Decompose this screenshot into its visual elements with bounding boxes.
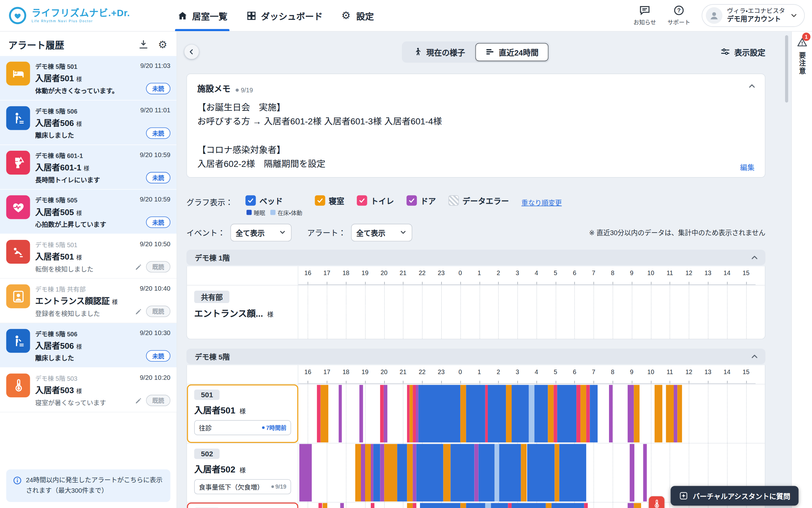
activity-segment-door	[371, 444, 374, 501]
hour-label: 2	[497, 368, 500, 376]
virtual-assistant-button[interactable]: バーチャルアシスタントに質問	[671, 486, 799, 505]
caution-count-badge: 1	[802, 33, 810, 41]
room-row[interactable]: 501 入居者501様 往診 7時間前	[187, 384, 765, 443]
activity-segment-door	[384, 385, 387, 442]
room-label-cell[interactable]: 502 入居者502様 食事量低下（欠食増） 9/19	[187, 443, 298, 502]
alert-settings-gear-icon[interactable]: ⚙	[158, 39, 169, 50]
alert-item[interactable]: デモ棟 5階 501 入居者501 様 転倒を検知しました 9/20 10:50…	[0, 234, 177, 279]
section-header[interactable]: デモ棟 1階	[186, 250, 765, 265]
activity-segment-room	[460, 385, 466, 442]
alert-location: デモ棟 5階 503	[35, 374, 123, 382]
activity-segment-sleep	[557, 385, 576, 442]
alert-item[interactable]: デモ棟 5階 505 入居者505 様 心拍数が上昇しています 9/20 10:…	[0, 190, 177, 234]
toggle-current-view[interactable]: 現在の様子	[403, 43, 475, 61]
alert-item[interactable]: デモ棟 1階 共有部 エントランス顔認証 様 登録者を検知しました 9/20 1…	[0, 279, 177, 323]
app-logo[interactable]: ライフリズムナビ.+Dr. Life Rhythm Navi Plus Doct…	[0, 6, 177, 25]
checkbox-トイレ[interactable]: トイレ	[357, 195, 394, 206]
room-label-cell[interactable]: 501 入居者501様 往診 7時間前	[187, 384, 298, 442]
hour-label: 1	[478, 368, 481, 376]
heart-icon	[6, 196, 30, 219]
checkbox-寝室[interactable]: 寝室	[315, 195, 344, 206]
collapse-sidebar-button[interactable]	[184, 44, 199, 59]
memo-line: 【コロナ感染対象者】	[197, 143, 755, 157]
support-button[interactable]: ? サポート	[667, 5, 690, 26]
caution-tab[interactable]: 1 要注意	[792, 31, 812, 508]
memo-collapse-chevron-icon[interactable]	[747, 81, 757, 90]
bed-legend: 睡眠在床・体動	[246, 208, 302, 216]
hour-label: 4	[535, 368, 538, 376]
section-collapse-chevron-icon[interactable]	[750, 253, 759, 262]
reorder-link[interactable]: 重なり順変更	[522, 197, 562, 207]
activity-segment-room	[384, 444, 397, 501]
chevron-down-icon	[790, 11, 798, 20]
checkbox-ドア[interactable]: ドア	[406, 195, 436, 206]
walking-person-icon	[413, 47, 422, 56]
alert-item[interactable]: デモ棟 6階 601-1 入居者601-1 様 長時間トイレにいます 9/20 …	[0, 145, 177, 189]
alert-resident: 入居者506 様	[35, 339, 123, 351]
hour-label: 12	[685, 368, 692, 376]
nav-dashboard[interactable]: ダッシュボード	[246, 0, 323, 31]
edit-pencil-icon[interactable]	[134, 397, 142, 404]
activity-segment-sleep	[420, 503, 460, 508]
activity-segment-sleep	[418, 385, 460, 442]
scrollbar-thumb[interactable]	[785, 35, 788, 102]
hour-label: 13	[705, 368, 712, 376]
resident-status-chip[interactable]: 往診 7時間前	[194, 420, 291, 435]
activity-segment-sleep	[466, 503, 485, 508]
download-icon[interactable]	[138, 39, 149, 50]
read-badge: 既読	[146, 261, 170, 272]
notifications-button[interactable]: お知らせ	[633, 5, 656, 26]
nav-settings[interactable]: ⚙ 設定	[341, 0, 374, 31]
thermo-alert-badge[interactable]	[649, 496, 665, 508]
activity-segment-room	[554, 444, 559, 501]
activity-segment-toilet	[317, 385, 321, 442]
unread-badge: 未読	[146, 172, 170, 183]
display-settings-label: 表示設定	[734, 46, 765, 57]
hour-label: 6	[573, 269, 576, 277]
activity-segment-room	[666, 385, 674, 442]
section-collapse-chevron-icon[interactable]	[750, 351, 759, 361]
activity-segment-room	[506, 385, 512, 442]
activity-segment-door	[628, 385, 634, 442]
activity-segment-room	[407, 503, 413, 508]
activity-segment-sleep	[535, 385, 548, 442]
hour-label: 21	[400, 269, 407, 277]
alert-item[interactable]: デモ棟 5階 506 入居者506 様 離床しました 9/20 11:01 未読	[0, 100, 177, 145]
section-header[interactable]: デモ棟 5階	[186, 349, 765, 364]
room-label-cell[interactable]: 共有部 エントランス顔...様	[187, 285, 298, 339]
alert-resident: エントランス顔認証 様	[35, 294, 123, 306]
activity-segment-toilet	[576, 385, 580, 442]
resident-status-chip[interactable]: 食事量低下（欠食増） 9/19	[194, 479, 291, 494]
memo-date-dot	[236, 88, 239, 92]
gear-icon: ⚙	[341, 10, 352, 21]
app-viewport: ライフリズムナビ.+Dr. Life Rhythm Navi Plus Doct…	[0, 0, 812, 508]
unread-badge: 未読	[146, 216, 170, 228]
activity-segment-door	[609, 385, 613, 442]
alert-item[interactable]: デモ棟 5階 506 入居者506 様 離床しました 9/20 10:30 未読	[0, 323, 177, 368]
activity-segment-sleep	[499, 444, 521, 501]
room-row[interactable]: 共有部 エントランス顔...様	[187, 285, 765, 339]
account-menu[interactable]: ヴィラ・エコナビスタ デモ用アカウント	[702, 4, 805, 27]
memo-edit-link[interactable]: 編集	[740, 162, 755, 172]
activity-segment-toilet	[380, 385, 384, 442]
event-filter-select[interactable]: 全て表示	[231, 224, 292, 242]
edit-pencil-icon[interactable]	[134, 263, 142, 271]
alert-filter-select[interactable]: 全て表示	[351, 224, 412, 242]
room-label-cell[interactable]: 503 入居者503様	[187, 503, 298, 508]
activity-segment-room	[323, 503, 327, 508]
alert-item[interactable]: デモ棟 5階 501 入居者501 様 体動が大きくなっています。 9/20 1…	[0, 56, 177, 100]
toggle-24h-view[interactable]: 直近24時間	[476, 43, 548, 61]
activity-segment-sleep	[416, 444, 443, 501]
alert-item[interactable]: デモ棟 5階 503 入居者503 様 寝室が暑くなっています 9/20 10:…	[0, 368, 177, 412]
activity-segment-door	[361, 444, 365, 501]
data-error-swatch	[449, 196, 459, 206]
nav-room-list[interactable]: 居室一覧	[177, 0, 227, 31]
display-settings-button[interactable]: 表示設定	[720, 46, 765, 57]
alert-time: 9/20 10:30	[140, 329, 170, 337]
footer-note-text: 24時間以内に発生したアラートがこちらに表示されます（最大300件まで）	[26, 476, 164, 496]
hour-label: 5	[554, 269, 557, 277]
memo-date: 9/19	[236, 87, 253, 94]
activity-segment-toilet	[413, 385, 416, 442]
edit-pencil-icon[interactable]	[134, 307, 142, 315]
checkbox-ベッド[interactable]: ベッド	[245, 195, 302, 206]
